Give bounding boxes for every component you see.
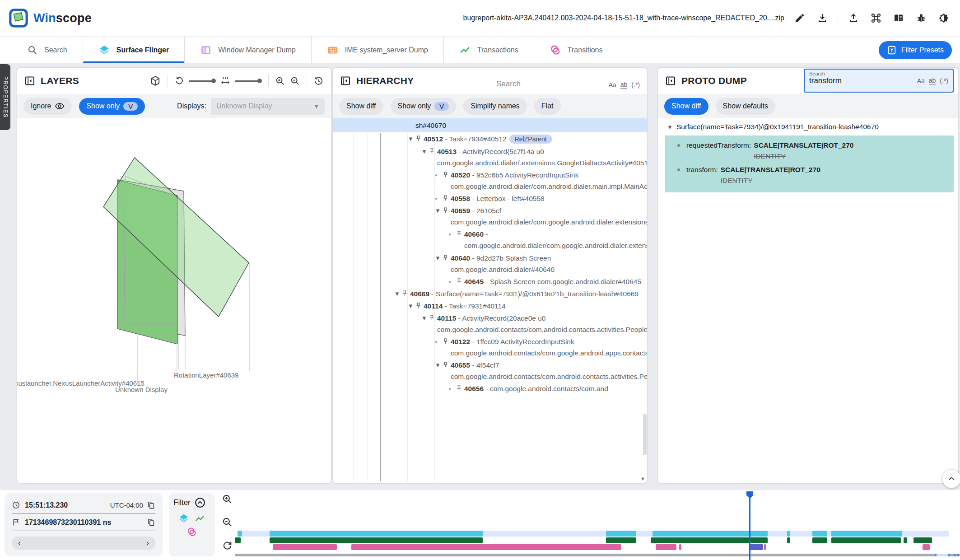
pin-icon[interactable] [415, 135, 421, 141]
pin-icon[interactable] [402, 290, 408, 296]
transactions-row-segment[interactable] [904, 537, 907, 543]
panel-collapse-icon[interactable] [340, 75, 351, 86]
surface-flinger-row-segment[interactable] [238, 531, 242, 537]
pin-icon[interactable] [443, 338, 448, 344]
show-diff-button[interactable]: Show diff [339, 98, 383, 115]
surface-flinger-row-segment[interactable] [812, 531, 827, 537]
tree-row[interactable]: sh#40670 [333, 118, 647, 132]
pin-icon[interactable] [456, 385, 462, 391]
scrollbar-mark[interactable] [957, 554, 959, 556]
collapse-arrow-icon[interactable]: ▼ [667, 124, 673, 131]
timeline-cursor[interactable] [749, 492, 750, 560]
match-case-toggle[interactable]: Aa [609, 81, 616, 89]
tab-search[interactable]: Search [12, 37, 83, 63]
surface-flinger-row-segment[interactable] [270, 531, 483, 537]
regex-toggle[interactable]: (.*) [631, 81, 640, 89]
pin-icon[interactable] [429, 315, 435, 321]
scrollbar-selection[interactable] [937, 554, 948, 556]
show-only-button[interactable]: Show only V [79, 98, 145, 115]
scrollbar-handle-right[interactable] [948, 554, 950, 556]
hierarchy-search-input[interactable] [495, 79, 605, 89]
expand-timeline-button[interactable] [942, 469, 960, 488]
pin-icon[interactable] [429, 148, 435, 154]
proto-search-input[interactable] [809, 76, 917, 85]
pin-icon[interactable] [415, 303, 421, 308]
tree-row[interactable]: ●40520 - 952c6b5 ActivityRecordInputSink… [333, 169, 647, 192]
tree-row[interactable]: ●40660 - com.google.android.dialer/com.g… [333, 229, 647, 252]
tree-row[interactable]: ▼40640 - 9d2d27b Splash Screen com.googl… [333, 252, 647, 275]
collapse-arrow-icon[interactable]: ▼ [435, 359, 443, 371]
displays-dropdown[interactable]: Unknown Display ▼ [211, 98, 325, 115]
collapse-arrow-icon[interactable]: ▼ [435, 205, 443, 216]
pin-icon[interactable] [443, 172, 448, 177]
pin-icon[interactable] [456, 231, 462, 237]
pin-icon[interactable] [443, 195, 448, 201]
match-word-toggle[interactable]: ab [929, 77, 936, 84]
collapse-arrow-icon[interactable]: ▼ [408, 133, 415, 145]
reset-view-icon[interactable] [313, 76, 324, 86]
tree-row[interactable]: ▼40114 - Task=7931#40114 [333, 300, 647, 312]
pin-icon[interactable] [456, 278, 462, 284]
transactions-row-segment[interactable] [831, 537, 901, 543]
edit-icon[interactable] [791, 9, 809, 27]
properties-side-tab[interactable]: PROPERTIES [0, 64, 10, 130]
panel-collapse-icon[interactable] [24, 75, 35, 86]
match-word-toggle[interactable]: ab [620, 81, 628, 89]
report-bug-icon[interactable] [912, 9, 930, 27]
collapse-arrow-icon[interactable]: ▼ [394, 288, 402, 299]
tree-row[interactable]: ●40558 - Letterbox - left#40558 [333, 193, 647, 204]
transactions-row-segment[interactable] [235, 537, 241, 543]
collapse-arrow-icon[interactable]: ▼ [435, 252, 443, 264]
transactions-row-segment[interactable] [787, 537, 790, 543]
collapse-arrow-icon[interactable]: ▼ [408, 300, 415, 312]
dark-mode-icon[interactable] [935, 9, 953, 27]
match-case-toggle[interactable]: Aa [917, 77, 925, 84]
transitions-row-segment[interactable] [351, 544, 621, 550]
surface-flinger-row-segment[interactable] [606, 531, 636, 537]
scrollbar-handle-left[interactable] [935, 554, 937, 556]
panel-collapse-icon[interactable] [665, 75, 676, 86]
tree-row[interactable]: ▼40669 - Surface(name=Task=7931)/@0x619e… [333, 288, 647, 299]
download-icon[interactable] [813, 9, 831, 27]
tab-transactions[interactable]: Transactions [444, 37, 534, 63]
tab-ime-dump[interactable]: IME system_server Dump [312, 37, 444, 63]
tree-row[interactable]: ▼40512 - Task=7934#40512RelZParent [333, 133, 647, 145]
tree-row[interactable]: ▼40659 - 26105cf com.google.android.dial… [333, 205, 647, 228]
tree-row[interactable]: ▼40115 - ActivityRecord{20ace0e u0 com.g… [333, 313, 647, 335]
simplify-names-button[interactable]: Simplify names [463, 98, 527, 115]
ignore-button[interactable]: Ignore [23, 98, 72, 115]
transitions-row-segment[interactable] [273, 544, 337, 550]
selected-transition-segment[interactable] [750, 544, 763, 550]
pin-icon[interactable] [443, 362, 448, 368]
pin-icon[interactable] [443, 207, 448, 213]
show-defaults-button[interactable]: Show defaults [716, 98, 776, 115]
tree-row[interactable]: ●40645 - Splash Screen com.google.androi… [333, 276, 647, 287]
cube-3d-icon[interactable] [149, 75, 161, 87]
transactions-row-segment[interactable] [913, 537, 932, 543]
property-row[interactable]: requestedTransform: SCALE|TRANSLATE|ROT_… [669, 140, 949, 162]
transactions-row-segment[interactable] [606, 537, 636, 543]
spacing-slider[interactable] [235, 79, 262, 83]
transitions-row-segment[interactable] [923, 544, 930, 550]
rotation-slider[interactable] [189, 79, 216, 83]
documentation-icon[interactable] [890, 9, 908, 27]
scrollbar-mark[interactable] [954, 554, 955, 556]
collapse-arrow-icon[interactable]: ▼ [421, 146, 429, 157]
tree-row[interactable]: ●40656 - com.google.android.contacts/com… [333, 383, 647, 394]
show-only-button[interactable]: Show only V [391, 98, 457, 115]
collapse-arrow-icon[interactable]: ▼ [421, 313, 429, 324]
pin-icon[interactable] [443, 255, 448, 261]
transitions-row-segment[interactable] [656, 544, 676, 550]
proto-root-node[interactable]: ▼ Surface(name=Task=7934)/@0x1941191_tra… [658, 118, 958, 135]
tree-row[interactable]: ▼40513 - ActivityRecord{5c7f14a u0 com.g… [333, 146, 647, 168]
surface-flinger-row-segment[interactable] [831, 531, 902, 537]
flat-button[interactable]: Flat [534, 98, 561, 115]
transitions-row-segment[interactable] [764, 544, 766, 550]
zoom-in-icon[interactable] [275, 76, 285, 86]
show-diff-button[interactable]: Show diff [664, 98, 708, 115]
layers-3d-view[interactable]: RotationLayer#40639 xuslauncher.NexusLau… [17, 118, 331, 483]
filter-presets-button[interactable]: Filter Presets [879, 41, 952, 59]
regex-toggle[interactable]: (.*) [940, 77, 948, 84]
tree-row[interactable]: ▼40655 - 4f54cf7 com.google.android.cont… [333, 359, 647, 382]
scrollbar-thumb[interactable] [643, 414, 647, 455]
